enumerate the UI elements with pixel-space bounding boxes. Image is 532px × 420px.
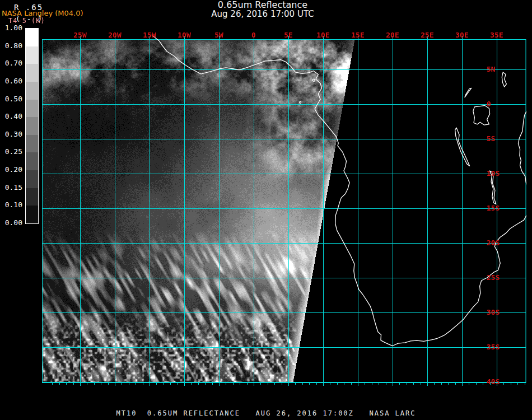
- lon-label: 20W: [102, 31, 127, 39]
- lon-label: 15W: [137, 31, 162, 39]
- colorbar-segment: [26, 64, 38, 82]
- lon-label: 30E: [450, 31, 474, 39]
- colorbar-tick-label: 0.10: [0, 201, 22, 209]
- lat-label: 30S: [487, 309, 511, 316]
- lat-label: 5N: [487, 66, 511, 73]
- lon-label: 10W: [172, 31, 197, 39]
- satellite-product-view: 0.65um Reflectance Aug 26, 2016 17:00 UT…: [0, 0, 532, 420]
- colorbar-tick-label: 1.00: [0, 24, 22, 32]
- colorbar-tick-label: 0.30: [0, 130, 22, 138]
- lon-label: 25E: [415, 31, 440, 39]
- satellite-map-canvas: [42, 35, 526, 388]
- lon-label: 5E: [276, 31, 301, 39]
- colorbar-segment: [26, 170, 38, 188]
- colorbar-segment: [26, 29, 38, 46]
- colorbar-segment: [26, 188, 38, 206]
- colorbar-tick-label: 0.25: [0, 148, 22, 156]
- lon-label: 10E: [311, 31, 335, 39]
- colorbar-tick-label: 0.80: [0, 42, 22, 50]
- lon-label: 0: [241, 31, 266, 39]
- lon-label: 25W: [68, 31, 92, 39]
- lon-label: 35E: [484, 31, 509, 39]
- colorbar-segment: [26, 152, 38, 170]
- lat-label: 5S: [487, 135, 511, 143]
- colorbar-segment: [26, 82, 38, 100]
- colorbar-tick-label: 0.50: [0, 95, 22, 103]
- lat-label: 35S: [487, 343, 511, 351]
- colorbar-tick-label: 0.70: [0, 59, 22, 67]
- secondary-channel-label: T4-5 (K): [8, 17, 45, 24]
- colorbar-tick-label: 0.60: [0, 77, 22, 85]
- lat-label: 20S: [487, 239, 511, 247]
- lat-label: 0: [487, 100, 511, 108]
- lat-label: 15S: [487, 204, 511, 212]
- lat-label: 40S: [487, 378, 511, 386]
- lon-label: 5W: [207, 31, 231, 39]
- colorbar-segment: [26, 135, 38, 153]
- colorbar-tick-label: 0.40: [0, 113, 22, 120]
- lon-label: 20E: [380, 31, 405, 39]
- page-title: 0.65um Reflectance: [0, 0, 525, 10]
- colorbar-segment: [26, 206, 38, 223]
- colorbar-tick-label: 0.20: [0, 166, 22, 174]
- lon-label: 15E: [346, 31, 370, 39]
- colorbar-tick-label: 0.00: [0, 219, 22, 227]
- colorbar-segment: [26, 46, 38, 64]
- footer-caption: MT10 0.65UM REFLECTANCE AUG 26, 2016 17:…: [0, 409, 532, 417]
- colorbar-segment: [26, 100, 38, 118]
- colorbar-segment: [26, 117, 38, 135]
- colorbar-tick-label: 0.15: [0, 184, 22, 192]
- reflectance-colorbar: [25, 28, 39, 224]
- lat-label: 10S: [487, 170, 511, 178]
- source-label: NASA Langley (M04.0): [2, 10, 83, 17]
- lat-label: 25S: [487, 274, 511, 282]
